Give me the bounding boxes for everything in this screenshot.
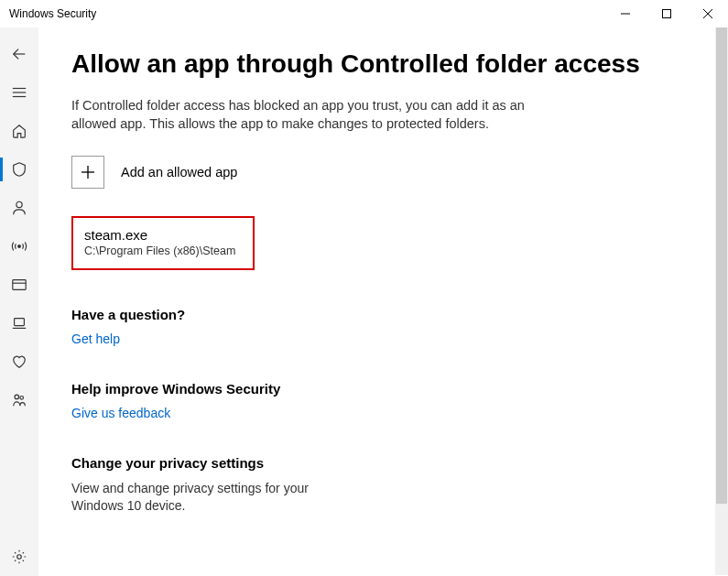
allowed-app-entry[interactable]: steam.exe C:\Program Files (x86)\Steam (71, 216, 255, 270)
main-content: Allow an app through Controlled folder a… (38, 27, 728, 576)
sidebar-item-device-security[interactable] (0, 304, 38, 342)
sidebar (0, 27, 38, 576)
allowed-app-path: C:\Program Files (x86)\Steam (84, 245, 242, 257)
svg-point-9 (18, 245, 21, 248)
section-improve: Help improve Windows Security Give us fe… (71, 381, 701, 420)
shield-icon (11, 161, 27, 178)
svg-rect-12 (15, 319, 25, 326)
plus-icon (81, 165, 95, 179)
svg-rect-10 (13, 280, 26, 290)
scrollbar[interactable] (715, 27, 728, 575)
person-icon (11, 200, 27, 216)
gear-icon (11, 549, 27, 565)
signal-icon (11, 238, 27, 255)
section-question: Have a question? Get help (71, 307, 701, 346)
family-icon (11, 392, 27, 408)
privacy-title: Change your privacy settings (71, 455, 701, 471)
close-icon (703, 9, 712, 18)
feedback-link[interactable]: Give us feedback (71, 406, 701, 420)
sidebar-item-performance[interactable] (0, 342, 38, 381)
maximize-button[interactable] (646, 0, 687, 27)
sidebar-item-home[interactable] (0, 112, 38, 150)
home-icon (11, 123, 27, 139)
sidebar-item-app-browser[interactable] (0, 266, 38, 304)
svg-rect-1 (662, 10, 670, 18)
page-description: If Controlled folder access has blocked … (71, 96, 548, 134)
page-title: Allow an app through Controlled folder a… (71, 48, 701, 80)
window-controls (604, 0, 728, 27)
sidebar-item-account[interactable] (0, 189, 38, 227)
sidebar-item-family[interactable] (0, 381, 38, 419)
titlebar: Windows Security (0, 0, 728, 27)
svg-point-16 (17, 555, 22, 560)
improve-title: Help improve Windows Security (71, 381, 701, 397)
get-help-link[interactable]: Get help (71, 331, 701, 346)
sidebar-item-settings[interactable] (0, 538, 38, 576)
svg-point-15 (20, 397, 24, 400)
question-title: Have a question? (71, 307, 701, 322)
svg-point-14 (15, 395, 19, 399)
sidebar-item-virus-protection[interactable] (0, 150, 38, 189)
svg-point-8 (16, 201, 22, 207)
close-button[interactable] (687, 0, 728, 27)
scrollbar-thumb[interactable] (716, 27, 727, 504)
heart-icon (11, 353, 27, 370)
hamburger-icon (11, 84, 27, 101)
app-control-icon (11, 277, 27, 293)
allowed-app-name: steam.exe (84, 227, 242, 243)
add-allowed-app-button[interactable]: Add an allowed app (71, 156, 701, 189)
add-allowed-app-label: Add an allowed app (121, 165, 237, 179)
maximize-icon (662, 9, 671, 18)
privacy-text: View and change privacy settings for you… (71, 480, 310, 516)
back-button[interactable] (0, 35, 38, 73)
plus-box (71, 156, 104, 189)
back-arrow-icon (11, 46, 27, 62)
section-privacy: Change your privacy settings View and ch… (71, 455, 701, 516)
laptop-icon (11, 315, 27, 331)
minimize-button[interactable] (604, 0, 646, 27)
menu-button[interactable] (0, 73, 38, 112)
window-title: Windows Security (9, 7, 96, 20)
sidebar-item-firewall[interactable] (0, 227, 38, 266)
minimize-icon (621, 9, 630, 18)
